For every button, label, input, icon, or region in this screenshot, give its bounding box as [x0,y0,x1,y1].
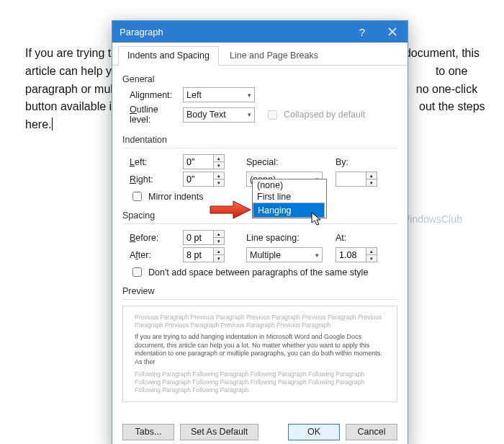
after-label: After: [122,250,179,260]
ok-button[interactable]: OK [288,424,340,440]
tab-line-breaks[interactable]: Line and Page Breaks [220,46,328,66]
at-label: At: [336,233,346,243]
outline-label: Outline level: [122,105,179,125]
annotation-arrow-icon [209,199,252,221]
line-spacing-label: Line spacing: [246,233,304,243]
cancel-button[interactable]: Cancel [346,424,397,440]
tabs-button[interactable]: Tabs... [122,424,174,440]
by-label: By: [336,157,348,167]
indent-right-label: Right: [122,174,179,185]
by-spinner[interactable]: ▴▾ [336,172,377,187]
indent-right-spinner[interactable]: ▴▾ [183,172,225,187]
help-button[interactable]: ? [347,21,377,43]
indent-left-label: Left: [122,157,179,167]
close-button[interactable] [377,21,408,43]
before-spinner[interactable]: ▴▾ [183,230,225,245]
dialog-title: Paragraph [120,27,163,37]
collapsed-checkbox: Collapsed by default [259,108,365,122]
alignment-label: Alignment: [122,90,179,100]
after-spinner[interactable]: ▴▾ [183,247,225,262]
option-none[interactable]: (none) [253,179,326,191]
group-indentation: Indentation [122,135,397,145]
at-spinner[interactable]: ▴▾ [336,247,377,262]
tab-indents-spacing[interactable]: Indents and Spacing [118,46,219,66]
no-space-checkbox[interactable]: Don't add space between paragraphs of th… [122,265,397,279]
spin-up-icon[interactable]: ▴ [213,154,225,161]
group-general: General [122,74,397,84]
special-label: Special: [246,157,285,167]
group-preview: Preview [122,286,397,296]
line-spacing-select[interactable]: Multiple▾ [246,247,323,262]
indent-left-spinner[interactable]: ▴▾ [183,154,225,169]
outline-select[interactable]: Body Text▾ [183,107,255,123]
spin-down-icon[interactable]: ▾ [213,161,225,169]
preview-box: Previous Paragraph Previous Paragraph Pr… [122,306,397,402]
titlebar[interactable]: Paragraph ? [112,21,408,43]
option-first-line[interactable]: First line [253,191,326,203]
set-default-button[interactable]: Set As Default [180,424,258,440]
dialog-footer: Tabs... Set As Default OK Cancel [112,418,408,444]
paragraph-dialog: Paragraph ? Indents and Spacing Line and… [112,20,408,444]
alignment-select[interactable]: Left▾ [183,87,255,102]
before-label: Before: [122,233,179,243]
cursor-pointer-icon [311,212,324,228]
svg-marker-4 [210,201,251,218]
tab-strip: Indents and Spacing Line and Page Breaks [112,43,408,66]
